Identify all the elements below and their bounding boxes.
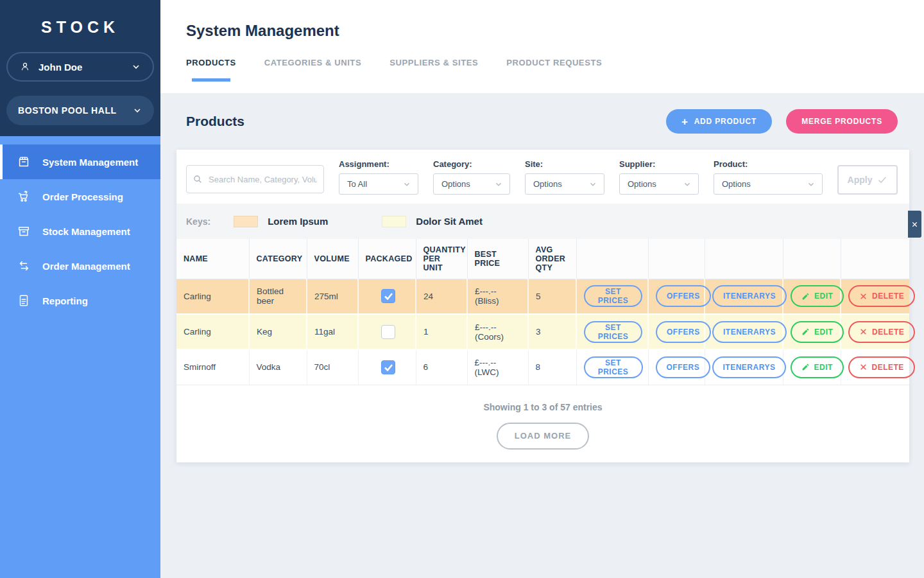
products-toolbar: Products + ADD PRODUCT MERGE PRODUCTS: [160, 93, 924, 150]
table-row: Carling Bottled beer 275ml 24 £---.-- (B…: [176, 279, 909, 314]
delete-label: DELETE: [872, 328, 904, 337]
edit-button[interactable]: EDIT: [791, 285, 844, 307]
sidebar-item-order-processing[interactable]: Order Processing: [0, 179, 160, 214]
supplier-select[interactable]: Options: [619, 173, 699, 195]
page-header: System Management PRODUCTS CATEGORIES & …: [160, 0, 924, 93]
user-dropdown[interactable]: John Doe: [6, 52, 154, 82]
transfer-arrows-icon: [17, 259, 31, 273]
edit-label: EDIT: [814, 363, 833, 372]
app-logo: STOCK: [6, 13, 154, 52]
edit-button[interactable]: EDIT: [791, 356, 844, 378]
lorem-color-swatch: [234, 216, 258, 227]
site-filter: Site: Options: [525, 159, 604, 195]
content-area: Products + ADD PRODUCT MERGE PRODUCTS: [160, 93, 924, 578]
page-title: System Management: [186, 22, 924, 40]
check-icon: [384, 364, 393, 371]
tab-products[interactable]: PRODUCTS: [186, 58, 236, 82]
set-prices-button[interactable]: SET PRICES: [584, 321, 642, 343]
cell-best-price: £---.-- (Coors): [467, 314, 528, 349]
site-value: Options: [533, 179, 562, 189]
product-select[interactable]: Options: [714, 173, 823, 195]
edit-label: EDIT: [814, 328, 833, 337]
sidebar-menu: System Management Order Processing Stock…: [0, 136, 160, 318]
site-select[interactable]: Options: [525, 173, 604, 195]
sidebar-item-system-management[interactable]: System Management: [0, 144, 160, 179]
main-area: System Management PRODUCTS CATEGORIES & …: [160, 0, 924, 578]
category-value: Options: [441, 179, 470, 189]
supplier-label: Supplier:: [619, 159, 699, 169]
offers-button[interactable]: OFFERS: [656, 285, 711, 307]
section-title: Products: [186, 114, 666, 129]
site-dropdown[interactable]: BOSTON POOL HALL: [6, 96, 154, 125]
chevron-down-icon: [131, 62, 141, 72]
add-product-button[interactable]: + ADD PRODUCT: [666, 109, 772, 134]
chevron-down-icon: [807, 180, 816, 189]
load-more-button[interactable]: LOAD MORE: [497, 423, 589, 450]
keys-label: Keys:: [186, 216, 210, 227]
delete-button[interactable]: DELETE: [848, 321, 915, 343]
delete-button[interactable]: DELETE: [848, 356, 915, 378]
assignment-select[interactable]: To All: [339, 173, 418, 195]
cell-avg-order-qty: 3: [528, 314, 576, 349]
products-card: Assignment: To All Category: Options: [176, 150, 909, 462]
tab-suppliers-sites[interactable]: SUPPLIERS & SITES: [389, 58, 478, 82]
set-prices-label: SET PRICES: [595, 287, 631, 305]
supplier-filter: Supplier: Options: [619, 159, 699, 195]
col-actions: [576, 239, 648, 279]
user-name: John Doe: [38, 62, 131, 73]
tab-product-requests[interactable]: PRODUCT REQUESTS: [506, 58, 602, 82]
sidebar-item-stock-management[interactable]: Stock Management: [0, 214, 160, 249]
cell-category: Vodka: [249, 349, 307, 385]
sidebar-item-order-management[interactable]: Order Management: [0, 249, 160, 283]
col-actions: [783, 239, 841, 279]
col-avg-order-qty: AVG ORDER QTY: [528, 239, 576, 279]
offers-label: OFFERS: [667, 328, 700, 337]
itenerarys-label: ITENERARYS: [723, 292, 776, 301]
edit-button[interactable]: EDIT: [791, 321, 844, 343]
category-select[interactable]: Options: [433, 173, 510, 195]
col-best-price: BEST PRICE: [467, 239, 528, 279]
cell-quantity-per-unit: 24: [416, 279, 467, 314]
packaged-checkbox[interactable]: [381, 289, 395, 303]
filters-bar: Assignment: To All Category: Options: [176, 150, 909, 204]
packaged-checkbox[interactable]: [381, 325, 395, 339]
col-packaged: PACKAGED: [358, 239, 416, 279]
close-panel-tab[interactable]: [908, 211, 921, 238]
offers-button[interactable]: OFFERS: [656, 356, 711, 378]
product-filter: Product: Options: [714, 159, 823, 195]
itenerarys-button[interactable]: ITENERARYS: [712, 321, 787, 343]
cell-avg-order-qty: 5: [528, 279, 576, 314]
cell-name: Smirnoff: [176, 349, 249, 385]
sidebar-item-reporting[interactable]: Reporting: [0, 283, 160, 318]
apply-label: Apply: [848, 175, 873, 185]
tab-categories-units[interactable]: CATEGORIES & UNITS: [264, 58, 361, 82]
packaged-checkbox[interactable]: [381, 360, 395, 374]
chevron-down-icon: [132, 105, 142, 116]
table-header-row: NAME CATEGORY VOLUME PACKAGED QUANTITY P…: [176, 239, 909, 279]
search-input[interactable]: [186, 165, 324, 193]
itenerarys-label: ITENERARYS: [723, 328, 776, 337]
delete-button[interactable]: DELETE: [848, 285, 915, 307]
set-prices-button[interactable]: SET PRICES: [584, 285, 642, 307]
category-filter: Category: Options: [433, 159, 510, 195]
itenerarys-button[interactable]: ITENERARYS: [712, 285, 787, 307]
edit-label: EDIT: [814, 292, 833, 301]
set-prices-label: SET PRICES: [595, 323, 631, 341]
assignment-value: To All: [347, 179, 367, 189]
apply-button[interactable]: Apply: [837, 165, 898, 195]
sidebar-top: STOCK John Doe BOSTON POOL HALL: [0, 0, 160, 136]
merge-products-button[interactable]: MERGE PRODUCTS: [786, 109, 898, 134]
category-label: Category:: [433, 159, 510, 169]
x-icon: [859, 363, 868, 371]
tab-label: SUPPLIERS & SITES: [389, 58, 478, 67]
sidebar-item-label: Order Management: [42, 261, 130, 272]
itenerarys-button[interactable]: ITENERARYS: [712, 356, 787, 378]
key-label: Dolor Sit Amet: [416, 216, 483, 227]
cart-icon: [17, 189, 31, 204]
key-dolor: Dolor Sit Amet: [382, 216, 483, 227]
set-prices-button[interactable]: SET PRICES: [584, 356, 643, 378]
col-actions: [841, 239, 909, 279]
offers-button[interactable]: OFFERS: [656, 321, 711, 343]
sidebar-item-label: Order Processing: [42, 191, 123, 202]
check-icon: [877, 175, 887, 185]
